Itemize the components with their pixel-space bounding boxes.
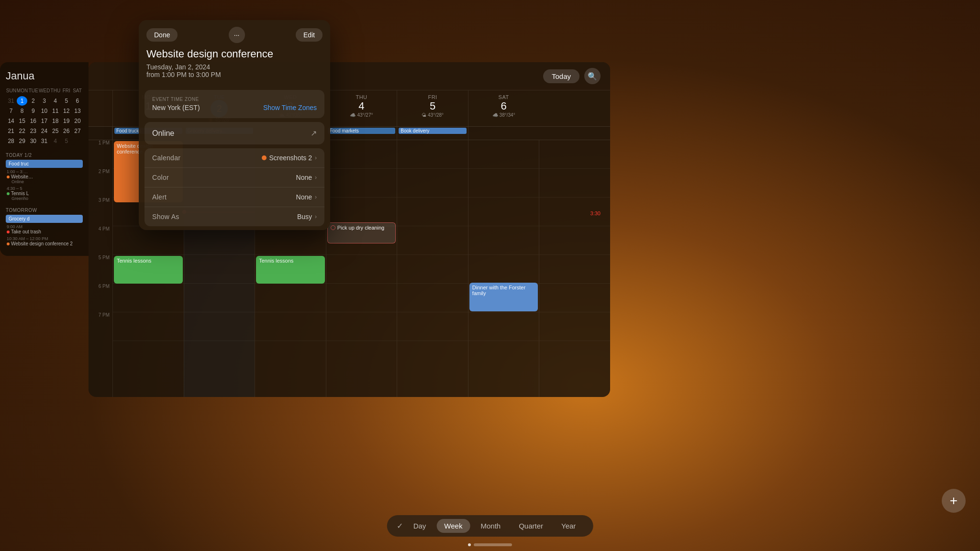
view-week-button[interactable]: Week bbox=[436, 519, 470, 533]
view-quarter-button[interactable]: Quarter bbox=[511, 519, 551, 533]
popup-location-section[interactable]: Online ↗ bbox=[145, 122, 324, 144]
event-dry-cleaning[interactable]: Pick up dry cleaning bbox=[327, 222, 396, 243]
event-time: 9:00 AM bbox=[7, 224, 83, 229]
view-month-button[interactable]: Month bbox=[473, 519, 508, 533]
mini-cal-day[interactable]: 20 bbox=[72, 116, 83, 126]
event-title: Tennis lessons bbox=[259, 258, 322, 264]
time-7pm: 7 PM bbox=[89, 312, 112, 341]
view-year-button[interactable]: Year bbox=[554, 519, 583, 533]
sidebar-event-conference2[interactable]: 10:30 AM – 12:00 PM Website design confe… bbox=[6, 236, 83, 246]
mini-cal-day[interactable]: 26 bbox=[61, 126, 72, 136]
chevron-right-icon: › bbox=[315, 194, 317, 200]
weather-thu: ☁️ 43°/27° bbox=[329, 112, 394, 118]
popup-done-button[interactable]: Done bbox=[146, 28, 178, 42]
chevron-right-icon: › bbox=[315, 213, 317, 220]
sidebar-event-tennis[interactable]: 4:30 – 5 Tennis L Greenho bbox=[6, 186, 83, 201]
day-name-fri: FRI bbox=[400, 94, 465, 100]
today-button[interactable]: Today bbox=[543, 69, 579, 83]
allday-cell-thu: Food markets bbox=[326, 127, 397, 140]
popup-calendar-row[interactable]: Calendar Screenshots 2 › bbox=[145, 148, 324, 168]
popup-more-button[interactable]: ··· bbox=[229, 27, 245, 43]
mini-cal-day[interactable]: 18 bbox=[50, 116, 61, 126]
mini-cal-day[interactable]: 7 bbox=[6, 106, 16, 116]
event-title: Website… bbox=[7, 174, 83, 179]
mini-cal-day[interactable]: 5 bbox=[61, 96, 72, 106]
mini-cal-day[interactable]: 31 bbox=[39, 136, 49, 146]
mini-cal-day[interactable]: 3 bbox=[39, 96, 49, 106]
mini-cal-day[interactable]: 14 bbox=[6, 116, 16, 126]
mini-cal-day[interactable]: 28 bbox=[6, 136, 16, 146]
day-header-sat[interactable]: SAT 6 ☁️ 38°/34° bbox=[468, 90, 539, 126]
add-event-button[interactable]: + bbox=[942, 489, 966, 513]
sidebar-event-trash[interactable]: 9:00 AM Take out trash bbox=[6, 224, 83, 234]
popup-edit-button[interactable]: Edit bbox=[296, 28, 323, 42]
mini-cal-dow-row: SUN MON TUE WED THU FRI SAT bbox=[6, 87, 83, 94]
popup-tz-row: New York (EST) Show Time Zones bbox=[152, 104, 317, 111]
mini-cal-day[interactable]: 13 bbox=[72, 106, 83, 116]
event-sub: Greenho bbox=[7, 196, 83, 201]
popup-show-as-row[interactable]: Show As Busy › bbox=[145, 207, 324, 226]
sidebar-event-food-trucks[interactable]: Food truc bbox=[6, 160, 83, 168]
popup-event-date: Tuesday, Jan 2, 2024 from 1:00 PM to 3:0… bbox=[139, 63, 330, 86]
mini-cal-day[interactable]: 12 bbox=[61, 106, 72, 116]
event-tennis-mon[interactable]: Tennis lessons bbox=[114, 256, 183, 284]
sidebar-event-website[interactable]: 1:00 – 3:… Website… Online bbox=[6, 169, 83, 184]
mini-cal-day[interactable]: 4 bbox=[50, 96, 61, 106]
mini-cal-day[interactable]: 19 bbox=[61, 116, 72, 126]
popup-event-title: Website design conference bbox=[139, 48, 330, 63]
day-header-thu[interactable]: THU 4 ☁️ 43°/27° bbox=[326, 90, 397, 126]
mini-cal-day[interactable]: 23 bbox=[28, 126, 38, 136]
popup-color-value: None › bbox=[296, 174, 317, 181]
mini-cal-day[interactable]: 21 bbox=[6, 126, 16, 136]
mini-cal-day[interactable]: 31 bbox=[6, 96, 16, 106]
popup-alert-row[interactable]: Alert None › bbox=[145, 187, 324, 207]
day-header-fri[interactable]: FRI 5 🌤 43°/28° bbox=[397, 90, 468, 126]
popup-show-tz-button[interactable]: Show Time Zones bbox=[263, 104, 317, 111]
mini-cal-day[interactable]: 16 bbox=[28, 116, 38, 126]
mini-cal-day[interactable]: 30 bbox=[28, 136, 38, 146]
scroll-indicator bbox=[468, 543, 512, 546]
allday-book-delivery[interactable]: Book delivery bbox=[399, 128, 467, 134]
mini-cal-day[interactable]: 24 bbox=[39, 126, 49, 136]
mini-cal-day[interactable]: 8 bbox=[17, 106, 27, 116]
day-name-thu: THU bbox=[329, 94, 394, 100]
day-num-fri: 5 bbox=[400, 100, 465, 112]
mini-cal-day[interactable]: 11 bbox=[50, 106, 61, 116]
event-title: Pick up dry cleaning bbox=[337, 225, 384, 231]
mini-cal-day[interactable]: 6 bbox=[72, 96, 83, 106]
dow-sat: SAT bbox=[72, 87, 83, 94]
mini-cal-day[interactable]: 10 bbox=[39, 106, 49, 116]
mini-cal-day[interactable]: 27 bbox=[72, 126, 83, 136]
popup-location-arrow-icon: ↗ bbox=[311, 129, 317, 138]
mini-cal-day-today[interactable]: 1 bbox=[17, 96, 27, 106]
allday-food-markets[interactable]: Food markets bbox=[328, 128, 396, 134]
view-day-button[interactable]: Day bbox=[406, 519, 434, 533]
current-time-label: 3:30 bbox=[590, 210, 601, 216]
popup-details-section: Calendar Screenshots 2 › Color None › Al… bbox=[145, 148, 324, 226]
mini-cal-day[interactable]: 2 bbox=[28, 96, 38, 106]
event-title: Website design conference 2 bbox=[7, 241, 83, 246]
sidebar-event-grocery[interactable]: Grocery d bbox=[6, 215, 83, 223]
day-name-sat: SAT bbox=[471, 94, 536, 100]
popup-color-row[interactable]: Color None › bbox=[145, 168, 324, 187]
popup-color-label: Color bbox=[152, 174, 169, 181]
allday-cell-sat bbox=[468, 127, 539, 140]
mini-cal-day[interactable]: 29 bbox=[17, 136, 27, 146]
mini-cal-day[interactable]: 25 bbox=[50, 126, 61, 136]
scroll-bar bbox=[474, 543, 512, 546]
popup-tz-label-small: EVENT TIME ZONE bbox=[152, 97, 317, 102]
mini-cal-day[interactable]: 4 bbox=[50, 136, 61, 146]
mini-cal-day[interactable]: 15 bbox=[17, 116, 27, 126]
sidebar: Janua SUN MON TUE WED THU FRI SAT 31 1 2… bbox=[0, 62, 89, 256]
mini-cal-day[interactable]: 22 bbox=[17, 126, 27, 136]
mini-cal-day[interactable]: 17 bbox=[39, 116, 49, 126]
time-line bbox=[113, 284, 184, 312]
event-dinner-forster[interactable]: Dinner with the Forster family bbox=[469, 283, 538, 311]
mini-cal-day[interactable]: 9 bbox=[28, 106, 38, 116]
tomorrow-section: TOMORROW Grocery d 9:00 AM Take out tras… bbox=[6, 208, 83, 246]
time-6pm: 6 PM bbox=[89, 284, 112, 312]
event-tennis-wed[interactable]: Tennis lessons bbox=[256, 256, 325, 284]
mini-cal-day[interactable]: 5 bbox=[61, 136, 72, 146]
search-button[interactable]: 🔍 bbox=[584, 68, 601, 84]
time-3pm: 3 PM bbox=[89, 198, 112, 226]
